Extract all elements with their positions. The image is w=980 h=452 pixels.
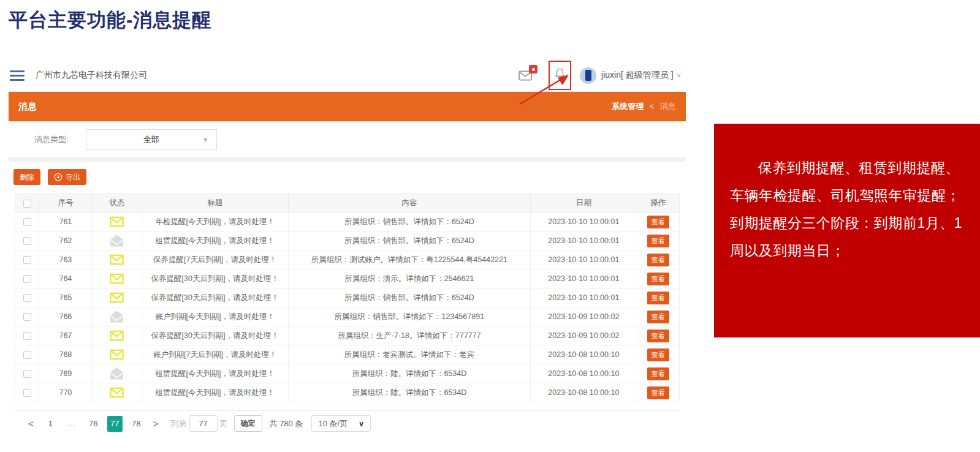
bell-icon[interactable] <box>555 67 565 82</box>
table-row: 764 保养提醒[30天后到期]，请及时处理！ 所属组织：演示。详情如下：254… <box>15 269 680 288</box>
export-button[interactable]: 导出 <box>48 169 86 185</box>
table-row: 765 保养提醒[30天后到期]，请及时处理！ 所属组织：销售部。详情如下：65… <box>15 288 680 307</box>
unread-envelope-icon <box>110 330 124 341</box>
row-date: 2023-10-10 10:00:01 <box>531 232 637 250</box>
row-id: 766 <box>39 307 93 326</box>
table-row: 767 保养提醒[30天后到期]，请及时处理！ 所属组织：生产-7-18。详情如… <box>15 326 680 345</box>
prev-page-button[interactable]: < <box>28 418 34 429</box>
row-date: 2023-10-09 10:00:02 <box>531 307 637 326</box>
bell-annotation-rect <box>549 61 571 90</box>
row-checkbox[interactable] <box>23 275 31 283</box>
next-page-button[interactable]: > <box>153 418 159 429</box>
row-id: 765 <box>39 288 93 307</box>
row-date: 2023-10-08 10:00:10 <box>531 345 637 364</box>
row-status <box>92 213 142 232</box>
row-status <box>92 364 142 383</box>
row-checkbox[interactable] <box>23 237 31 245</box>
row-content: 所属组织：销售部。详情如下：6524D <box>288 288 531 307</box>
user-dropdown[interactable]: jiuxin[ 超级管理员 ] <box>601 70 673 81</box>
menu-icon[interactable] <box>10 70 25 81</box>
page-button[interactable]: 77 <box>107 416 123 432</box>
row-id: 763 <box>39 250 93 269</box>
page-button[interactable]: 1 <box>43 416 58 432</box>
goto-page-input[interactable] <box>189 415 218 432</box>
row-title: 年检提醒[今天到期]，请及时处理！ <box>142 213 288 232</box>
table-body: 761 年检提醒[今天到期]，请及时处理！ 所属组织：销售部。详情如下：6524… <box>15 213 680 402</box>
row-checkbox[interactable] <box>23 370 31 378</box>
column-header: 操作 <box>637 194 679 213</box>
chevron-down-icon: ∨ <box>359 420 364 428</box>
message-type-label: 消息类型: <box>34 134 69 145</box>
view-button[interactable]: 查看 <box>647 216 669 228</box>
view-button[interactable]: 查看 <box>647 348 669 361</box>
row-title: 租赁提醒[今天到期]，请及时处理！ <box>142 232 288 250</box>
breadcrumb-current: 消息 <box>660 102 676 111</box>
row-checkbox[interactable] <box>23 351 31 359</box>
view-button[interactable]: 查看 <box>647 235 669 247</box>
avatar[interactable] <box>580 67 596 84</box>
callout-text: 保养到期提醒、租赁到期提醒、车辆年检提醒、司机驾照年审提醒；到期提醒分三个阶段：… <box>714 124 980 265</box>
row-status <box>92 326 142 345</box>
mail-icon[interactable] <box>518 70 533 81</box>
row-checkbox[interactable] <box>23 218 31 226</box>
row-content: 所属组织：演示。详情如下：2546621 <box>288 269 531 288</box>
view-button[interactable]: 查看 <box>647 273 669 285</box>
row-date: 2023-10-08 10:00:10 <box>531 383 637 402</box>
page-ellipsis: ... <box>64 416 80 432</box>
table-row: 768 账户到期[7天后到期]，请及时处理！ 所属组织：老宾测试。详情如下：老宾… <box>15 345 680 364</box>
row-title: 账户到期[今天到期]，请及时处理！ <box>142 307 288 326</box>
unread-envelope-icon <box>110 273 124 284</box>
goto-prefix: 到第 <box>171 418 187 429</box>
messages-table: 序号状态标题内容日期操作 761 年检提醒[今天到期]，请及时处理！ 所属组织：… <box>15 194 680 402</box>
row-content: 所属组织：销售部。详情如下：1234567891 <box>288 307 531 326</box>
page-size-value: 10 条/页 <box>318 418 348 429</box>
row-date: 2023-10-09 10:00:02 <box>531 326 637 345</box>
row-content: 所属组织：生产-7-18。详情如下：777777 <box>288 326 531 345</box>
select-all-checkbox[interactable] <box>23 200 31 208</box>
view-button[interactable]: 查看 <box>647 330 669 342</box>
row-date: 2023-10-10 10:00:01 <box>531 213 637 232</box>
delete-button[interactable]: 删除 <box>13 169 40 185</box>
view-button[interactable]: 查看 <box>647 292 669 304</box>
table-header-row: 序号状态标题内容日期操作 <box>15 194 680 213</box>
table-row: 761 年检提醒[今天到期]，请及时处理！ 所属组织：销售部。详情如下：6524… <box>15 213 680 232</box>
row-checkbox[interactable] <box>23 389 31 397</box>
table-row: 763 保养提醒[7天后到期]，请及时处理！ 所属组织：测试账户。详情如下：粤1… <box>15 250 680 269</box>
filter-bar: 消息类型: 全部 ▼ <box>9 122 686 157</box>
read-envelope-icon <box>110 367 124 380</box>
download-icon <box>54 173 63 181</box>
row-checkbox[interactable] <box>23 256 31 264</box>
unread-envelope-icon <box>110 254 124 265</box>
confirm-button[interactable]: 确定 <box>234 415 262 432</box>
row-date: 2023-10-10 10:00:01 <box>531 250 637 269</box>
slide-canvas: 平台主要功能-消息提醒 广州市九芯电子科技有限公司 <box>0 0 980 452</box>
unread-envelope-icon <box>110 216 124 227</box>
row-status <box>92 383 142 402</box>
table-row: 766 账户到期[今天到期]，请及时处理！ 所属组织：销售部。详情如下：1234… <box>15 307 680 326</box>
row-date: 2023-10-08 10:00:10 <box>531 364 637 383</box>
row-content: 所属组织：销售部。详情如下：6524D <box>288 213 531 232</box>
row-content: 所属组织：陆。详情如下：6534D <box>288 383 531 402</box>
row-id: 767 <box>39 326 93 345</box>
message-type-select[interactable]: 全部 ▼ <box>86 129 217 150</box>
view-button[interactable]: 查看 <box>647 311 669 323</box>
breadcrumb: 系统管理 < 消息 <box>612 101 676 112</box>
view-button[interactable]: 查看 <box>647 386 669 399</box>
row-checkbox[interactable] <box>23 332 31 340</box>
view-button[interactable]: 查看 <box>647 367 669 380</box>
page-button[interactable]: 76 <box>86 416 101 432</box>
page-size-select[interactable]: 10 条/页 ∨ <box>311 415 370 432</box>
row-checkbox[interactable] <box>23 313 31 321</box>
row-checkbox[interactable] <box>23 294 31 302</box>
breadcrumb-parent[interactable]: 系统管理 <box>612 102 644 111</box>
page-title: 平台主要功能-消息提醒 <box>9 7 211 33</box>
company-name: 广州市九芯电子科技有限公司 <box>36 70 147 81</box>
unread-badge <box>529 65 537 73</box>
view-button[interactable]: 查看 <box>647 254 669 266</box>
row-title: 保养提醒[30天后到期]，请及时处理！ <box>142 326 288 345</box>
row-id: 768 <box>39 345 93 364</box>
chevron-down-icon[interactable]: ˅ <box>677 72 681 79</box>
row-date: 2023-10-10 10:00:01 <box>531 288 637 307</box>
goto-suffix: 页 <box>220 418 228 429</box>
page-button[interactable]: 78 <box>129 416 144 432</box>
